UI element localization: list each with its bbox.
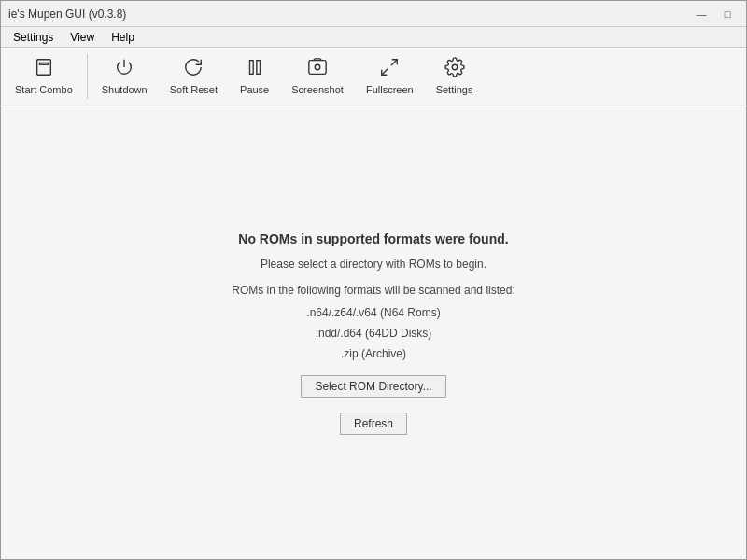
menu-help[interactable]: Help	[103, 28, 143, 47]
start-combo-button[interactable]: Start Combo	[5, 51, 83, 102]
soft-reset-button[interactable]: Soft Reset	[160, 51, 228, 102]
shutdown-label: Shutdown	[102, 84, 148, 95]
svg-rect-3	[256, 61, 260, 75]
format-ndd: .ndd/.d64 (64DD Disks)	[316, 327, 432, 340]
screenshot-button[interactable]: Screenshot	[281, 51, 354, 102]
title-bar-controls: — □	[690, 6, 739, 22]
settings-button[interactable]: Settings	[426, 51, 484, 102]
title-bar-title: ie's Mupen GUI (v0.3.8)	[8, 7, 126, 21]
shutdown-button[interactable]: Shutdown	[92, 51, 158, 102]
no-roms-subtitle: Please select a directory with ROMs to b…	[261, 258, 486, 271]
start-combo-label: Start Combo	[15, 84, 73, 95]
svg-line-7	[382, 69, 388, 75]
format-n64: .n64/.z64/.v64 (N64 Roms)	[306, 306, 440, 319]
svg-rect-0	[37, 60, 51, 76]
screenshot-icon	[307, 57, 328, 80]
svg-point-5	[315, 64, 320, 70]
start-combo-icon	[34, 57, 54, 80]
maximize-button[interactable]: □	[716, 6, 739, 22]
pause-button[interactable]: Pause	[230, 51, 279, 102]
svg-rect-4	[309, 61, 326, 75]
svg-rect-2	[249, 61, 253, 75]
no-roms-title: No ROMs in supported formats were found.	[238, 231, 508, 246]
title-bar: ie's Mupen GUI (v0.3.8) — □	[1, 1, 746, 27]
menu-bar: Settings View Help	[1, 27, 746, 48]
fullscreen-label: Fullscreen	[366, 84, 414, 95]
soft-reset-icon	[183, 57, 204, 80]
fullscreen-icon	[379, 57, 400, 80]
svg-line-6	[391, 60, 397, 65]
pause-label: Pause	[240, 84, 269, 95]
shutdown-icon	[114, 57, 134, 80]
select-rom-directory-button[interactable]: Select ROM Directory...	[301, 375, 445, 398]
format-zip: .zip (Archive)	[341, 347, 406, 360]
svg-rect-1	[39, 63, 48, 64]
toolbar: Start Combo Shutdown Soft Reset	[1, 48, 746, 105]
pause-icon	[245, 57, 265, 80]
settings-label: Settings	[436, 84, 473, 95]
screenshot-label: Screenshot	[291, 84, 344, 95]
svg-point-8	[452, 64, 458, 70]
formats-intro: ROMs in the following formats will be sc…	[232, 284, 514, 297]
fullscreen-button[interactable]: Fullscreen	[356, 51, 424, 102]
main-content: No ROMs in supported formats were found.…	[1, 105, 746, 560]
menu-view[interactable]: View	[62, 28, 103, 47]
refresh-button[interactable]: Refresh	[340, 413, 407, 435]
soft-reset-label: Soft Reset	[170, 84, 218, 95]
settings-icon	[444, 57, 465, 80]
toolbar-divider-1	[87, 54, 88, 99]
minimize-button[interactable]: —	[690, 6, 712, 22]
menu-settings[interactable]: Settings	[5, 28, 62, 47]
